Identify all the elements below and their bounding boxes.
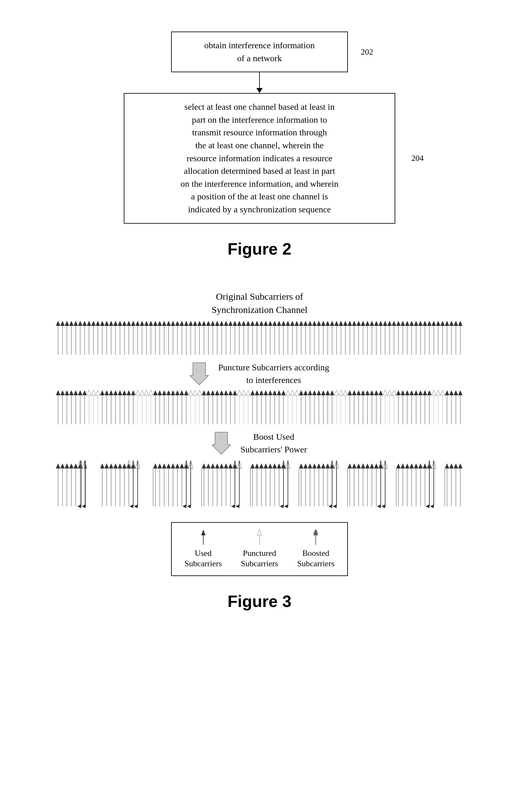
- flowchart-container: obtain interference informationof a netw…: [117, 32, 402, 224]
- svg-marker-69: [361, 321, 365, 326]
- svg-marker-223: [224, 390, 228, 395]
- svg-marker-391: [153, 463, 158, 468]
- svg-marker-454: [458, 463, 463, 468]
- svg-marker-33: [202, 321, 206, 326]
- punctured-subcarriers-row: [54, 389, 465, 428]
- svg-marker-184: [190, 363, 209, 385]
- svg-marker-5: [78, 321, 82, 326]
- legend-box: Used Subcarriers Punctured Subcarriers: [171, 522, 348, 576]
- svg-marker-414: [264, 463, 268, 468]
- svg-marker-210: [166, 390, 171, 395]
- svg-marker-79: [405, 321, 409, 326]
- svg-marker-411: [250, 463, 255, 468]
- svg-marker-397: [180, 463, 184, 468]
- svg-marker-83: [423, 321, 427, 326]
- svg-marker-403: [211, 463, 215, 468]
- svg-marker-216: [193, 390, 197, 395]
- svg-marker-205: [144, 390, 149, 395]
- svg-marker-203: [135, 390, 140, 395]
- svg-marker-405: [219, 463, 224, 468]
- svg-marker-65: [343, 321, 348, 326]
- svg-marker-70: [365, 321, 370, 326]
- svg-marker-27: [175, 321, 180, 326]
- svg-marker-212: [175, 390, 180, 395]
- svg-marker-269: [427, 390, 432, 395]
- svg-marker-89: [449, 321, 454, 326]
- svg-marker-45: [255, 321, 259, 326]
- svg-marker-256: [370, 390, 374, 395]
- svg-marker-219: [206, 390, 211, 395]
- svg-marker-71: [370, 321, 374, 326]
- svg-marker-422: [303, 463, 308, 468]
- svg-marker-274: [449, 390, 454, 395]
- svg-marker-13: [113, 321, 118, 326]
- boosted-subcarriers-row: [54, 459, 465, 510]
- svg-marker-91: [458, 321, 463, 326]
- svg-marker-7: [87, 321, 91, 326]
- svg-marker-185: [56, 390, 60, 395]
- svg-marker-382: [109, 463, 113, 468]
- svg-marker-214: [184, 390, 189, 395]
- svg-marker-557: [257, 530, 262, 535]
- hollow-arrow-1: [190, 361, 209, 386]
- svg-marker-80: [409, 321, 414, 326]
- figure2-caption: Figure 2: [228, 239, 291, 258]
- legend-boosted: Boosted Subcarriers: [297, 529, 334, 570]
- svg-marker-427: [326, 463, 330, 468]
- legend-used-text: Used Subcarriers: [184, 548, 222, 570]
- svg-marker-72: [374, 321, 379, 326]
- svg-marker-234: [272, 390, 277, 395]
- process-arrow-1: Puncture Subcarriers according to interf…: [190, 361, 329, 386]
- svg-marker-441: [396, 463, 401, 468]
- svg-marker-63: [334, 321, 339, 326]
- svg-marker-215: [189, 390, 193, 395]
- svg-marker-435: [365, 463, 370, 468]
- svg-marker-384: [118, 463, 122, 468]
- svg-marker-52: [286, 321, 290, 326]
- svg-marker-197: [109, 390, 113, 395]
- box204-text: select at least one channel based at lea…: [181, 102, 339, 214]
- svg-marker-200: [122, 390, 127, 395]
- legend-boosted-text: Boosted Subcarriers: [297, 548, 334, 570]
- svg-marker-222: [219, 390, 224, 395]
- svg-marker-77: [396, 321, 401, 326]
- svg-marker-406: [224, 463, 228, 468]
- svg-marker-199: [118, 390, 122, 395]
- svg-marker-36: [215, 321, 219, 326]
- svg-marker-404: [215, 463, 219, 468]
- svg-marker-38: [224, 321, 228, 326]
- svg-marker-8: [91, 321, 95, 326]
- svg-marker-56: [303, 321, 308, 326]
- svg-marker-201: [127, 390, 131, 395]
- svg-marker-227: [242, 390, 246, 395]
- svg-marker-276: [458, 390, 463, 395]
- svg-marker-206: [149, 390, 153, 395]
- svg-marker-4: [74, 321, 78, 326]
- svg-marker-231: [259, 390, 264, 395]
- svg-marker-235: [277, 390, 281, 395]
- svg-marker-254: [361, 390, 365, 395]
- svg-marker-266: [414, 390, 418, 395]
- svg-marker-444: [409, 463, 414, 468]
- svg-marker-12: [109, 321, 113, 326]
- svg-marker-423: [308, 463, 312, 468]
- svg-marker-211: [171, 390, 175, 395]
- svg-marker-48: [268, 321, 272, 326]
- svg-marker-243: [312, 390, 317, 395]
- svg-marker-84: [427, 321, 432, 326]
- original-subcarriers-label: Original Subcarriers of Synchronization …: [212, 290, 307, 316]
- svg-marker-407: [228, 463, 233, 468]
- svg-marker-75: [387, 321, 392, 326]
- svg-marker-60: [321, 321, 326, 326]
- svg-marker-78: [401, 321, 405, 326]
- svg-marker-249: [339, 390, 343, 395]
- svg-marker-259: [383, 390, 387, 395]
- svg-marker-17: [131, 321, 135, 326]
- svg-marker-34: [206, 321, 211, 326]
- svg-marker-67: [352, 321, 356, 326]
- svg-marker-239: [295, 390, 299, 395]
- svg-marker-40: [233, 321, 237, 326]
- svg-marker-73: [379, 321, 383, 326]
- svg-marker-18: [135, 321, 140, 326]
- svg-marker-191: [82, 390, 87, 395]
